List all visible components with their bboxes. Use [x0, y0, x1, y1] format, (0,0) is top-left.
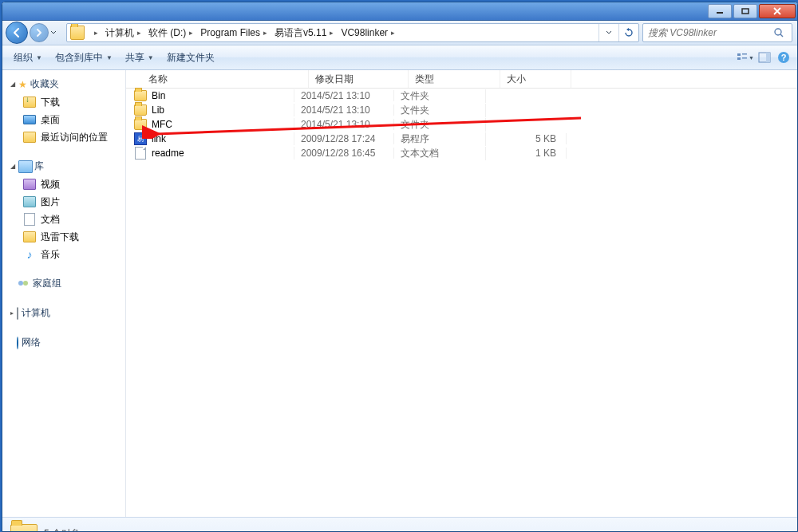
new-folder-button[interactable]: 新建文件夹: [160, 49, 221, 66]
breadcrumb-vc98linker[interactable]: VC98linker▸: [338, 24, 399, 41]
sidebar-item-label: 图片: [41, 195, 60, 209]
include-in-library-button[interactable]: 包含到库中▼: [49, 49, 119, 66]
help-button[interactable]: ?: [775, 49, 792, 66]
sidebar-computer-header[interactable]: ▸ 计算机: [2, 304, 125, 322]
svg-point-2: [775, 29, 781, 35]
preview-pane-button[interactable]: [756, 49, 773, 66]
toolbar-label: 组织: [14, 51, 33, 65]
sidebar-item-pictures[interactable]: 图片: [2, 193, 125, 211]
breadcrumb-eyuyan[interactable]: 易语言v5.11▸: [271, 24, 338, 41]
file-icon: [135, 147, 146, 160]
file-type: 文件夹: [394, 89, 486, 103]
star-icon: ★: [18, 79, 27, 90]
svg-rect-0: [717, 12, 723, 14]
search-input[interactable]: [643, 26, 769, 39]
organize-button[interactable]: 组织▼: [7, 49, 49, 66]
sidebar-homegroup-header[interactable]: ▸ 家庭组: [2, 274, 125, 293]
view-options-button[interactable]: ▼: [737, 49, 754, 66]
forward-button[interactable]: [30, 23, 49, 42]
maximize-button[interactable]: [733, 4, 757, 18]
file-name: Bin: [152, 90, 165, 101]
sidebar-network-header[interactable]: ▸ 网络: [2, 333, 125, 352]
sidebar-item-music[interactable]: ♪音乐: [2, 246, 125, 263]
refresh-icon: [624, 28, 634, 37]
file-type: 易程序: [394, 132, 486, 146]
body: ◢ ★ 收藏夹 下载 桌面 最近访问的位置 ◢ 库 视频 图片 文档 迅雷下载 …: [2, 70, 797, 517]
sidebar-group-label: 计算机: [22, 306, 50, 320]
search-button[interactable]: [769, 27, 788, 38]
network-icon: [17, 337, 18, 349]
search-box[interactable]: [642, 23, 792, 42]
file-list-pane: 名称 修改日期 类型 大小 Bin2014/5/21 13:10文件夹Lib20…: [126, 70, 797, 517]
folder-icon: [134, 104, 147, 116]
titlebar: [2, 2, 797, 21]
toolbar-label: 共享: [125, 51, 144, 65]
breadcrumb-label: 易语言v5.11: [275, 26, 326, 40]
file-size: 5 KB: [486, 133, 567, 144]
folder-icon: [134, 119, 147, 130]
sidebar-item-desktop[interactable]: 桌面: [2, 111, 125, 128]
ezy-icon: [134, 132, 147, 145]
sidebar-favorites-header[interactable]: ◢ ★ 收藏夹: [2, 75, 125, 93]
sidebar-item-documents[interactable]: 文档: [2, 211, 125, 228]
breadcrumb-drive-d[interactable]: 软件 (D:)▸: [145, 24, 197, 41]
toolbar-label: 新建文件夹: [167, 51, 215, 65]
nav-row: ▸ 计算机▸ 软件 (D:)▸ Program Files▸ 易语言v5.11▸…: [2, 21, 797, 45]
minimize-icon: [716, 8, 724, 14]
collapse-icon: ◢: [10, 163, 15, 170]
file-type: 文本文档: [394, 147, 486, 160]
sidebar-item-downloads[interactable]: 下载: [2, 93, 125, 111]
file-row[interactable]: Lib2014/5/21 13:10文件夹: [126, 103, 797, 117]
close-icon: [772, 7, 782, 15]
nav-buttons: [2, 22, 63, 44]
homegroup-icon: [17, 277, 30, 288]
breadcrumb-program-files[interactable]: Program Files▸: [197, 24, 271, 41]
toolbar: 组织▼ 包含到库中▼ 共享▼ 新建文件夹 ▼ ?: [2, 45, 797, 70]
minimize-button[interactable]: [708, 4, 732, 18]
sidebar-item-label: 迅雷下载: [41, 231, 79, 244]
sidebar-group-label: 网络: [22, 336, 41, 349]
sidebar-libraries-header[interactable]: ◢ 库: [2, 157, 125, 175]
sidebar-group-label: 库: [34, 160, 44, 173]
forward-arrow-icon: [34, 28, 44, 37]
view-icon: [737, 52, 747, 63]
column-headers: 名称 修改日期 类型 大小: [126, 70, 797, 89]
address-bar[interactable]: ▸ 计算机▸ 软件 (D:)▸ Program Files▸ 易语言v5.11▸…: [66, 23, 639, 42]
sidebar-group-label: 收藏夹: [30, 77, 59, 91]
file-name: readme: [152, 148, 184, 159]
column-header-name[interactable]: 名称: [126, 70, 309, 88]
breadcrumb-computer[interactable]: 计算机▸: [102, 24, 145, 41]
file-date: 2014/5/21 13:10: [294, 119, 394, 130]
chevron-down-icon: [50, 30, 57, 36]
close-button[interactable]: [759, 4, 796, 18]
file-row[interactable]: link2009/12/28 17:24易程序5 KB: [126, 132, 797, 146]
thunder-icon: [23, 231, 36, 242]
file-date: 2009/12/28 16:45: [294, 148, 394, 159]
back-button[interactable]: [6, 22, 28, 44]
file-row[interactable]: Bin2014/5/21 13:10文件夹: [126, 89, 797, 103]
breadcrumb-root-sep[interactable]: ▸: [88, 24, 102, 41]
file-row[interactable]: readme2009/12/28 16:45文本文档1 KB: [126, 146, 797, 160]
column-header-size[interactable]: 大小: [500, 70, 571, 88]
nav-history-dropdown[interactable]: [50, 27, 60, 38]
file-row[interactable]: MFC2014/5/21 13:10文件夹: [126, 117, 797, 132]
sidebar-item-label: 下载: [41, 96, 60, 109]
sidebar-item-recent[interactable]: 最近访问的位置: [2, 128, 125, 146]
svg-rect-8: [766, 53, 770, 62]
sidebar-item-thunder[interactable]: 迅雷下载: [2, 228, 125, 246]
sidebar-item-videos[interactable]: 视频: [2, 175, 125, 193]
sidebar-group-label: 家庭组: [33, 277, 61, 290]
column-header-type[interactable]: 类型: [409, 70, 500, 88]
collapse-icon: ◢: [10, 81, 15, 88]
share-button[interactable]: 共享▼: [119, 49, 160, 66]
column-header-date[interactable]: 修改日期: [309, 70, 409, 88]
breadcrumb-label: 软件 (D:): [148, 26, 186, 40]
sidebar-item-label: 音乐: [41, 248, 60, 262]
expand-icon: ▸: [10, 309, 14, 317]
details-item-count: 5 个对象: [44, 527, 81, 533]
address-dropdown-button[interactable]: [598, 24, 618, 41]
downloads-icon: [23, 97, 36, 108]
desktop-icon: [23, 115, 36, 124]
refresh-button[interactable]: [618, 24, 638, 41]
pictures-icon: [23, 196, 36, 207]
